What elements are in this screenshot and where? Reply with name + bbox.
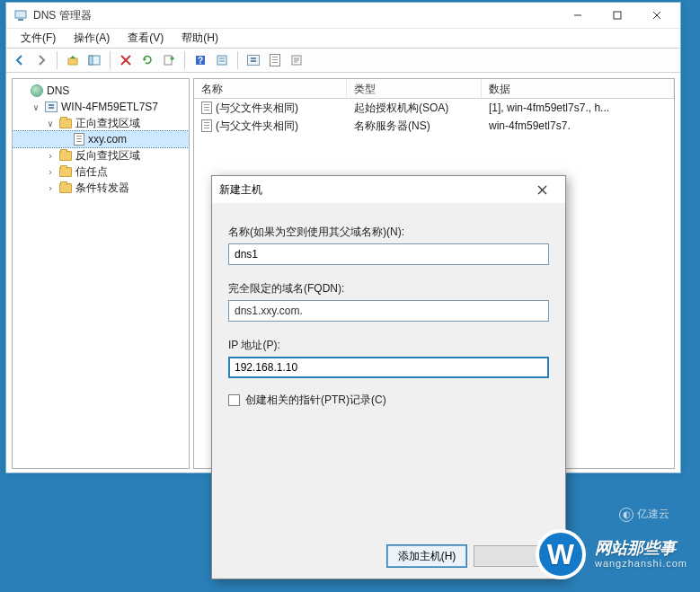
watermark-url: wangzhanshi.com	[595, 558, 687, 569]
up-level-button[interactable]	[63, 50, 83, 70]
record-icon	[201, 102, 212, 114]
host-name-input[interactable]	[228, 243, 549, 265]
new-host-dialog: 新建主机 名称(如果为空则使用其父域名称)(N): 完全限定的域名(FQDN):…	[211, 175, 566, 579]
watermark-icon: ◐	[619, 508, 634, 522]
toolbar-separator	[57, 51, 58, 69]
ptr-checkbox-row[interactable]: 创建相关的指针(PTR)记录(C)	[228, 393, 549, 408]
dialog-buttons: 添加主机(H)	[212, 541, 565, 579]
toolbar-separator	[184, 51, 185, 69]
folder-icon	[59, 151, 72, 161]
menu-help[interactable]: 帮助(H)	[173, 29, 227, 48]
tree-trust-points[interactable]: › 信任点	[13, 163, 189, 180]
fqdn-label: 完全限定的域名(FQDN):	[228, 281, 549, 296]
small-watermark-text: 亿速云	[637, 507, 669, 522]
properties-button[interactable]	[212, 50, 232, 70]
svg-rect-14	[217, 56, 226, 65]
window-controls	[558, 4, 677, 27]
app-icon	[13, 8, 28, 22]
nav-forward-button[interactable]	[31, 50, 51, 70]
toolbar-separator	[110, 51, 111, 69]
watermark-brand: 网站那些事	[595, 540, 687, 558]
maximize-button[interactable]	[598, 4, 637, 27]
tree-pane[interactable]: DNS ∨ WIN-4FM59ETL7S7 ∨ 正向查找区域 xxy.com ›…	[12, 78, 190, 469]
menu-bar: 文件(F) 操作(A) 查看(V) 帮助(H)	[6, 28, 680, 48]
watermark: W 网站那些事 wangzhanshi.com	[536, 529, 687, 579]
chevron-right-icon[interactable]: ›	[45, 151, 56, 161]
tree-label: 反向查找区域	[75, 148, 140, 163]
dialog-titlebar: 新建主机	[212, 176, 565, 203]
menu-file[interactable]: 文件(F)	[12, 29, 65, 48]
help-button[interactable]: ?	[191, 50, 210, 70]
svg-rect-1	[18, 19, 23, 21]
cell-data: win-4fm59etl7s7.	[482, 118, 674, 134]
page-icon	[270, 54, 280, 66]
menu-action[interactable]: 操作(A)	[65, 29, 119, 48]
tree-conditional-forwarders[interactable]: › 条件转发器	[13, 180, 189, 196]
close-button[interactable]	[637, 4, 677, 27]
ip-label: IP 地址(P):	[228, 338, 549, 353]
show-hide-tree-button[interactable]	[84, 50, 104, 70]
cell-type: 起始授权机构(SOA)	[347, 99, 482, 118]
ptr-checkbox[interactable]	[228, 394, 240, 406]
list-row[interactable]: (与父文件夹相同) 名称服务器(NS) win-4fm59etl7s7.	[194, 117, 674, 135]
folder-icon	[59, 119, 72, 128]
dns-root-icon	[31, 84, 43, 97]
ip-address-input[interactable]	[228, 357, 549, 378]
tree-forward-zone[interactable]: ∨ 正向查找区域	[13, 115, 189, 131]
dialog-close-button[interactable]	[526, 178, 558, 201]
col-type[interactable]: 类型	[347, 79, 482, 98]
new-record-button[interactable]	[265, 50, 285, 70]
watermark-logo: W	[536, 529, 586, 579]
chevron-right-icon[interactable]: ›	[45, 183, 56, 193]
cell-type: 名称服务器(NS)	[347, 117, 482, 136]
col-data[interactable]: 数据	[482, 79, 674, 98]
tree-label: 正向查找区域	[75, 116, 140, 131]
list-row[interactable]: (与父文件夹相同) 起始授权机构(SOA) [1], win-4fm59etl7…	[194, 99, 674, 117]
zone-icon	[74, 133, 84, 146]
refresh-button[interactable]	[137, 50, 157, 70]
add-host-button[interactable]: 添加主机(H)	[387, 545, 466, 567]
filter-button[interactable]	[287, 50, 306, 70]
svg-rect-0	[15, 11, 26, 18]
svg-rect-11	[164, 56, 172, 65]
cell-data: [1], win-4fm59etl7s7., h...	[482, 100, 674, 116]
nav-back-button[interactable]	[10, 50, 30, 70]
menu-view[interactable]: 查看(V)	[119, 29, 173, 48]
chevron-down-icon[interactable]: ∨	[45, 119, 56, 128]
dialog-title: 新建主机	[219, 182, 526, 198]
small-watermark: ◐ 亿速云	[619, 507, 669, 522]
server-icon	[45, 102, 58, 112]
tree-server[interactable]: ∨ WIN-4FM59ETL7S7	[13, 99, 189, 115]
window-title: DNS 管理器	[33, 8, 558, 23]
toolbar: ?	[6, 48, 680, 73]
chevron-down-icon[interactable]: ∨	[31, 102, 41, 112]
svg-rect-3	[614, 12, 621, 19]
delete-button[interactable]	[116, 50, 136, 70]
cell-name: (与父文件夹相同)	[216, 119, 298, 134]
cell-name: (与父文件夹相同)	[216, 101, 298, 116]
tree-root-dns[interactable]: DNS	[13, 83, 189, 99]
svg-text:?: ?	[198, 56, 203, 66]
titlebar: DNS 管理器	[6, 3, 680, 28]
dialog-body: 名称(如果为空则使用其父域名称)(N): 完全限定的域名(FQDN): IP 地…	[212, 203, 565, 541]
server-icon	[247, 55, 260, 66]
list-header: 名称 类型 数据	[194, 79, 674, 99]
record-icon	[201, 119, 212, 132]
tree-label: 条件转发器	[75, 181, 129, 196]
col-name[interactable]: 名称	[194, 79, 347, 98]
tree-reverse-zone[interactable]: › 反向查找区域	[13, 147, 189, 163]
tree-label: DNS	[47, 84, 69, 97]
name-label: 名称(如果为空则使用其父域名称)(N):	[228, 225, 549, 240]
minimize-button[interactable]	[558, 4, 598, 27]
ptr-label: 创建相关的指针(PTR)记录(C)	[245, 393, 386, 408]
folder-icon	[59, 167, 72, 177]
svg-rect-6	[68, 58, 77, 65]
export-button[interactable]	[159, 50, 179, 70]
toolbar-separator	[237, 51, 238, 69]
folder-icon	[59, 183, 72, 193]
tree-label: 信任点	[75, 164, 108, 180]
new-server-button[interactable]	[244, 50, 263, 70]
svg-rect-8	[89, 56, 93, 65]
chevron-right-icon[interactable]: ›	[45, 167, 56, 177]
tree-zone-xxy[interactable]: xxy.com	[13, 131, 189, 147]
